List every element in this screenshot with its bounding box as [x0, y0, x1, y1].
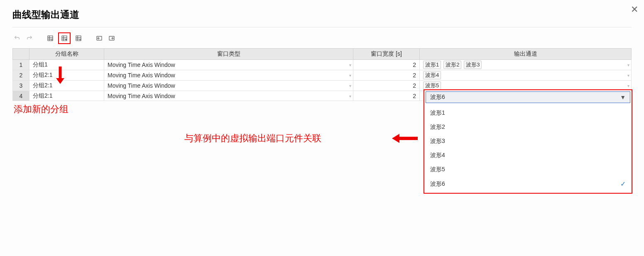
dropdown-option[interactable]: 波形4: [424, 148, 632, 162]
arrow-left-icon: [392, 134, 418, 143]
dropdown-tri-icon: ▾: [627, 84, 629, 88]
dropdown-option[interactable]: 波形6✓: [424, 177, 632, 191]
output-chip[interactable]: 波形1: [423, 61, 441, 69]
window-width-cell[interactable]: 2: [353, 70, 420, 81]
grid-delete-row-button[interactable]: [74, 34, 83, 43]
dropdown-selected[interactable]: 波形6 ▼: [426, 91, 630, 103]
grid-insert-row-below-button[interactable]: [58, 32, 71, 44]
row-number: 2: [13, 70, 29, 81]
dropdown-option[interactable]: 波形5: [424, 162, 632, 177]
arrow-down-icon: [56, 66, 64, 84]
page-title: 曲线型输出通道: [12, 8, 632, 21]
window-type-cell[interactable]: Moving Time Axis Window▾: [104, 60, 353, 70]
row-number: 3: [13, 81, 29, 91]
dropdown-option[interactable]: 波形1: [424, 106, 632, 120]
table-row[interactable]: 1 分组1 Moving Time Axis Window▾ 2 波形1 波形2…: [13, 60, 632, 70]
row-number: 1: [13, 60, 29, 70]
output-channel-dropdown: 波形6 ▼ 波形1 波形2 波形3 波形4 波形5 波形6✓: [424, 89, 632, 194]
annotation-link-virtual: 与算例中的虚拟输出端口元件关联: [184, 132, 321, 145]
dropdown-tri-icon: ▾: [349, 73, 351, 78]
group-name-cell[interactable]: 分组1: [29, 60, 104, 70]
col-header-name[interactable]: 分组名称: [29, 49, 104, 60]
dropdown-tri-icon: ▾: [349, 94, 351, 98]
dropdown-tri-icon: ▾: [349, 63, 351, 67]
dropdown-selected-label: 波形6: [430, 94, 445, 101]
output-chip[interactable]: 波形4: [423, 71, 441, 79]
undo-button[interactable]: [12, 34, 22, 43]
output-channel-cell[interactable]: 波形4 ▾: [420, 70, 632, 81]
window-type-cell[interactable]: Moving Time Axis Window▾: [104, 70, 353, 81]
col-corner: [13, 49, 29, 60]
row-number: 4: [13, 91, 29, 101]
group-name-cell[interactable]: 分组2:1: [29, 91, 104, 101]
dropdown-tri-icon: ▾: [349, 84, 351, 88]
output-chip[interactable]: 波形2: [443, 61, 461, 69]
window-type-cell[interactable]: Moving Time Axis Window▾: [104, 91, 353, 101]
window-type-cell[interactable]: Moving Time Axis Window▾: [104, 81, 353, 91]
dropdown-option[interactable]: 波形2: [424, 120, 632, 134]
svg-marker-21: [392, 134, 399, 143]
title-divider: [12, 27, 632, 27]
svg-marker-19: [56, 78, 64, 84]
dropdown-tri-icon: ▾: [627, 73, 629, 78]
import-button[interactable]: [95, 34, 104, 43]
check-icon: ✓: [620, 180, 626, 188]
table-row[interactable]: 2 分组2:1 Moving Time Axis Window▾ 2 波形4 ▾: [13, 70, 632, 81]
grid-insert-row-above-button[interactable]: [46, 34, 55, 43]
group-name-cell[interactable]: 分组2:1: [29, 81, 104, 91]
annotation-add-group: 添加新的分组: [14, 103, 69, 116]
col-header-output[interactable]: 输出通道: [420, 49, 632, 60]
redo-button[interactable]: [25, 34, 34, 43]
output-channel-cell[interactable]: 波形1 波形2 波形3 ▾: [420, 60, 632, 70]
dropdown-option[interactable]: 波形3: [424, 134, 632, 148]
chevron-down-icon: ▼: [620, 94, 626, 101]
toolbar: [12, 32, 632, 45]
col-header-width[interactable]: 窗口宽度 [s]: [353, 49, 420, 60]
output-chip[interactable]: 波形3: [464, 61, 482, 69]
window-width-cell[interactable]: 2: [353, 60, 420, 70]
export-button[interactable]: [107, 34, 116, 43]
col-header-type[interactable]: 窗口类型: [104, 49, 353, 60]
close-icon[interactable]: ✕: [631, 4, 638, 15]
svg-rect-0: [48, 36, 53, 41]
group-name-cell[interactable]: 分组2:1: [29, 70, 104, 81]
window-width-cell[interactable]: 2: [353, 81, 420, 91]
window-width-cell[interactable]: 2: [353, 91, 420, 101]
dropdown-list: 波形1 波形2 波形3 波形4 波形5 波形6✓: [424, 104, 632, 193]
output-chip[interactable]: 波形5: [423, 81, 441, 90]
dropdown-tri-icon: ▾: [627, 63, 629, 67]
